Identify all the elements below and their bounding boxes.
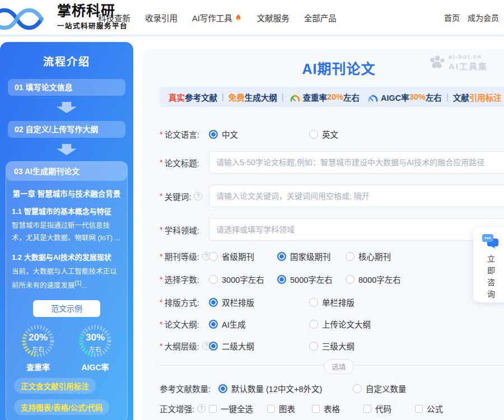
radio-icon[interactable]: [209, 252, 218, 261]
preview-section1-text: 智慧城市是指通过新一代信息技术，尤其是大数据、物联网 (IoT) ...: [12, 220, 122, 245]
radio-icon[interactable]: [209, 275, 218, 284]
checkbox-code[interactable]: 代码: [363, 403, 415, 414]
ai-bot-paw-icon: [428, 55, 445, 71]
optional-pill: 选填: [324, 359, 353, 374]
help-icon[interactable]: ?: [197, 404, 206, 413]
optional-divider: 选填: [160, 365, 504, 366]
radio-icon[interactable]: [209, 130, 218, 139]
row-paper-title: *论文标题:: [160, 151, 504, 174]
checkbox-tables[interactable]: 表格: [312, 403, 363, 414]
checkbox-icon[interactable]: [209, 405, 217, 413]
radio-icon[interactable]: [209, 298, 218, 307]
nav-item-ai-writing-tools[interactable]: AI写作工具: [192, 12, 242, 24]
checkbox-icon[interactable]: [363, 405, 371, 413]
process-sidebar: 流程介绍 01 填写论文信息 02 自定义/上传写作大纲 03 AI生成期刊论文…: [0, 42, 133, 420]
sidebar-title: 流程介绍: [0, 42, 133, 68]
down-arrow-icon: [57, 144, 77, 155]
gauge-value: 30%: [78, 332, 113, 343]
radio-icon[interactable]: [346, 275, 354, 284]
gauge-approx: 左右: [78, 344, 113, 353]
nav-right: 首页 成为会员 我的: [444, 0, 504, 35]
radio-level-two[interactable]: 二级大纲: [209, 340, 309, 352]
banner-free: 免费: [228, 91, 245, 103]
radio-icon[interactable]: [277, 252, 286, 261]
rate-gauges: 20% 左右 查重率 30% 左右 AIGC率: [6, 324, 127, 372]
watermark-line1: ai-bot.cn: [449, 54, 488, 60]
radio-icon[interactable]: [353, 384, 362, 393]
paper-title-input[interactable]: [209, 151, 504, 174]
gauge-label: AIGC率: [68, 361, 122, 372]
subject-input[interactable]: [209, 218, 504, 241]
logo-waves-icon: [0, 6, 55, 31]
duplicate-gauge-icon: [290, 94, 301, 102]
radio-icon[interactable]: [309, 342, 318, 351]
consult-widget[interactable]: 立即咨询: [473, 227, 504, 302]
feature-badge-citation: 正文含文献引用标注: [14, 378, 96, 394]
row-word-count: *选择字数: 3000字左右 5000字左右 8000字左右: [160, 273, 504, 285]
nav-item-home[interactable]: 首页: [444, 12, 460, 23]
radio-icon[interactable]: [209, 342, 218, 351]
step-3-preview-card: 03 AI生成期刊论文 第一章 智慧城市与技术融合背景 1.1 智慧城市的基本概…: [6, 161, 128, 420]
radio-words-3000[interactable]: 3000字左右: [209, 273, 277, 285]
radio-journal-core[interactable]: 核心期刊: [346, 250, 391, 262]
preview-section2-title: 1.2 大数据与AI技术的发展现状: [12, 251, 122, 262]
checkbox-icon[interactable]: [415, 405, 423, 413]
top-navbar: 掌桥科研 一站式科研服务平台 科技查新 收录引用 AI写作工具 文献服务 全部产…: [0, 0, 504, 35]
radio-ref-custom[interactable]: 自定义数量: [353, 382, 407, 394]
preview-section1-title: 1.1 智慧城市的基本概念与特征: [12, 206, 122, 216]
radio-layout-two-column[interactable]: 双栏排版: [209, 296, 309, 308]
nav-item-tech-novelty[interactable]: 科技查新: [98, 12, 130, 24]
radio-words-5000[interactable]: 5000字左右: [277, 273, 346, 285]
nav-item-become-member[interactable]: 成为会员: [468, 12, 499, 23]
help-icon[interactable]: ?: [194, 192, 202, 200]
radio-icon[interactable]: [277, 275, 286, 284]
nav-item-literature-service[interactable]: 文献服务: [257, 12, 290, 24]
consult-label: 立即咨询: [485, 255, 496, 302]
ai-journal-paper-panel: ai-bot.cn AI工具集 AI期刊论文 真实参考文献 | 免费生成大纲 |…: [143, 49, 504, 420]
radio-language-english[interactable]: 英文: [309, 128, 338, 140]
row-outline: *论文大纲: AI生成 上传论文大纲: [160, 318, 504, 330]
checkbox-charts[interactable]: 图表: [267, 403, 312, 414]
radio-ref-default[interactable]: 默认数量 (12中文+8外文): [218, 382, 353, 394]
nav-item-all-products[interactable]: 全部产品: [304, 12, 337, 24]
checkbox-formula[interactable]: 公式: [415, 403, 443, 414]
navbar-divider: [0, 35, 504, 36]
radio-icon[interactable]: [209, 320, 218, 329]
radio-language-chinese[interactable]: 中文: [209, 128, 309, 140]
radio-icon[interactable]: [309, 130, 318, 139]
radio-icon[interactable]: [218, 384, 227, 393]
radio-layout-one-column[interactable]: 单栏排版: [309, 296, 354, 308]
banner-real: 真实: [169, 91, 185, 103]
radio-words-8000[interactable]: 8000字左右: [346, 273, 401, 285]
radio-level-three[interactable]: 三级大纲: [309, 340, 354, 352]
chat-bubbles-icon: [482, 234, 499, 249]
page: 掌桥科研 一站式科研服务平台 科技查新 收录引用 AI写作工具 文献服务 全部产…: [0, 0, 504, 420]
gauge-approx: 左右: [21, 344, 55, 353]
aigc-gauge-icon: [367, 94, 379, 102]
nav-item-citation-index[interactable]: 收录引用: [145, 12, 178, 24]
sample-paper-button[interactable]: 范文示例: [33, 300, 100, 317]
flame-icon: [234, 13, 242, 22]
row-outline-level: *大纲层级:? 二级大纲 三级大纲: [160, 340, 504, 352]
checkbox-icon[interactable]: [267, 405, 275, 413]
radio-outline-upload[interactable]: 上传论文大纲: [309, 318, 371, 330]
row-journal-level: *期刊等级:? 省级期刊 国家级期刊 核心期刊: [160, 250, 504, 262]
checkbox-icon[interactable]: [312, 405, 320, 413]
radio-icon[interactable]: [346, 252, 354, 261]
paper-form: *论文语言: 中文 英文 *论文标题: *关键词:?: [143, 107, 504, 414]
duplicate-rate-gauge: 20% 左右 查重率: [11, 324, 65, 372]
row-enhance: 正文增强:? 一键全选 图表 表格 代码 公式: [160, 403, 504, 414]
step-3-generate-paper: 03 AI生成期刊论文: [6, 162, 127, 181]
citation-superscript: [1]: [75, 280, 82, 286]
row-ref-count: 参考文献数量: 默认数量 (12中文+8外文) 自定义数量: [160, 382, 504, 394]
radio-outline-ai[interactable]: AI生成: [209, 318, 309, 330]
radio-icon[interactable]: [309, 320, 318, 329]
radio-journal-provincial[interactable]: 省级期刊: [209, 250, 277, 262]
row-subject: *学科领域:: [160, 218, 504, 241]
radio-journal-national[interactable]: 国家级期刊: [277, 250, 346, 262]
keywords-input[interactable]: [209, 185, 504, 207]
radio-icon[interactable]: [309, 298, 318, 307]
checkbox-select-all[interactable]: 一键全选: [209, 403, 267, 414]
main-nav: 科技查新 收录引用 AI写作工具 文献服务 全部产品: [98, 0, 337, 35]
gauge-label: 查重率: [11, 361, 65, 372]
